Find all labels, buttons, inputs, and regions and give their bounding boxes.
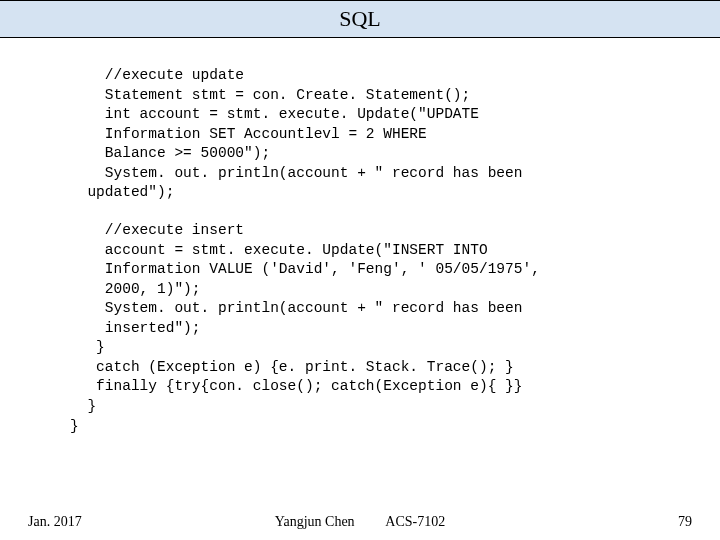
content-area: //execute update Statement stmt = con. C…: [0, 38, 720, 436]
footer-page: 79: [678, 514, 692, 530]
footer-date: Jan. 2017: [28, 514, 82, 530]
page-title: SQL: [339, 6, 381, 32]
footer-course: ACS-7102: [385, 514, 445, 529]
footer-author: Yangjun Chen: [275, 514, 355, 529]
code-block-update: //execute update Statement stmt = con. C…: [70, 66, 650, 203]
footer-center: Yangjun Chen ACS-7102: [275, 514, 446, 530]
footer: Jan. 2017 Yangjun Chen ACS-7102 79: [0, 514, 720, 530]
title-bar: SQL: [0, 0, 720, 38]
code-block-insert: //execute insert account = stmt. execute…: [70, 221, 650, 436]
